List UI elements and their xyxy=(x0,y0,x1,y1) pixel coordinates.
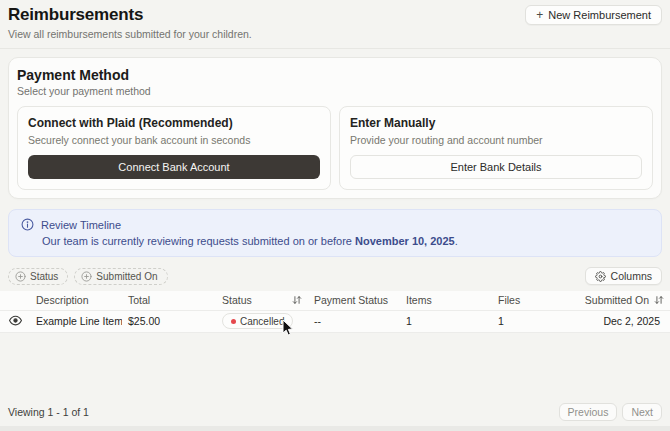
row-status-cell: Cancelled xyxy=(216,310,308,332)
filter-chips: Status Submitted On xyxy=(8,268,168,285)
table-row[interactable]: Example Line Item $25.00 Cancelled -- 1 … xyxy=(0,310,670,332)
status-badge-label: Cancelled xyxy=(240,316,284,327)
plaid-option-card: Connect with Plaid (Recommended) Securel… xyxy=(17,106,331,190)
new-reimbursement-label: New Reimbursement xyxy=(548,9,651,21)
settings-icon xyxy=(595,271,606,282)
column-header-status-label: Status xyxy=(222,294,252,306)
plaid-option-title: Connect with Plaid (Recommended) xyxy=(28,116,320,130)
manual-option-subtitle: Provide your routing and account number xyxy=(350,134,642,146)
header-divider xyxy=(0,48,670,49)
previous-page-button[interactable]: Previous xyxy=(559,403,618,421)
page-subtitle: View all reimbursements submitted for yo… xyxy=(8,28,252,40)
manual-option-title: Enter Manually xyxy=(350,116,642,130)
info-icon xyxy=(21,218,34,231)
reimbursements-table: Description Total Status Payment Status … xyxy=(0,291,670,333)
column-header-submitted-on[interactable]: Submitted On xyxy=(584,291,670,310)
row-files: 1 xyxy=(492,310,584,332)
banner-date: November 10, 2025 xyxy=(355,235,455,247)
payment-method-card: Payment Method Select your payment metho… xyxy=(8,57,662,199)
row-items: 1 xyxy=(400,310,492,332)
connect-bank-account-button[interactable]: Connect Bank Account xyxy=(28,155,320,179)
filter-chip-status[interactable]: Status xyxy=(8,268,68,285)
column-header-payment-status: Payment Status xyxy=(308,291,400,310)
enter-bank-details-button[interactable]: Enter Bank Details xyxy=(350,155,642,179)
filter-chip-status-label: Status xyxy=(30,271,58,282)
payment-method-title: Payment Method xyxy=(17,67,653,83)
sort-icon[interactable] xyxy=(654,295,664,305)
banner-message-suffix: . xyxy=(455,235,458,247)
review-timeline-banner: Review Timeline Our team is currently re… xyxy=(8,209,662,257)
column-header-view xyxy=(0,291,30,310)
circle-plus-icon xyxy=(15,271,26,282)
next-page-button[interactable]: Next xyxy=(622,403,662,421)
payment-method-subtitle: Select your payment method xyxy=(17,85,653,97)
row-payment-status: -- xyxy=(308,310,400,332)
page-title: Reimbursements xyxy=(8,5,252,25)
new-reimbursement-button[interactable]: + New Reimbursement xyxy=(525,5,662,25)
table-toolbar: Status Submitted On Columns xyxy=(0,257,670,291)
filter-chip-submitted-on-label: Submitted On xyxy=(96,271,157,282)
filter-chip-submitted-on[interactable]: Submitted On xyxy=(74,268,167,285)
banner-title: Review Timeline xyxy=(41,219,121,231)
banner-message: Our team is currently reviewing requests… xyxy=(42,235,649,247)
column-header-description: Description xyxy=(30,291,122,310)
column-header-files: Files xyxy=(492,291,584,310)
column-header-status[interactable]: Status xyxy=(216,291,308,310)
payment-options-row: Connect with Plaid (Recommended) Securel… xyxy=(17,106,653,190)
page-header-text: Reimbursements View all reimbursements s… xyxy=(8,5,252,40)
viewing-count: Viewing 1 - 1 of 1 xyxy=(8,406,89,418)
column-header-total: Total xyxy=(122,291,216,310)
eye-icon xyxy=(9,314,22,327)
table-footer: Viewing 1 - 1 of 1 Previous Next xyxy=(0,403,670,421)
banner-header: Review Timeline xyxy=(21,218,649,231)
circle-plus-icon xyxy=(81,271,92,282)
row-view-cell xyxy=(0,310,30,332)
columns-button[interactable]: Columns xyxy=(585,267,662,285)
sort-icon[interactable] xyxy=(292,295,302,305)
manual-option-card: Enter Manually Provide your routing and … xyxy=(339,106,653,190)
column-header-items: Items xyxy=(400,291,492,310)
columns-button-label: Columns xyxy=(611,270,652,282)
reimbursements-page: Reimbursements View all reimbursements s… xyxy=(0,0,670,431)
row-total: $25.00 xyxy=(122,310,216,332)
status-dot-icon xyxy=(231,319,236,324)
table-header-row: Description Total Status Payment Status … xyxy=(0,291,670,310)
plaid-option-subtitle: Securely connect your bank account in se… xyxy=(28,134,320,146)
pagination: Previous Next xyxy=(559,403,662,421)
status-badge: Cancelled xyxy=(222,313,293,329)
plus-icon: + xyxy=(536,9,543,21)
column-header-submitted-on-label: Submitted On xyxy=(585,294,649,306)
page-header: Reimbursements View all reimbursements s… xyxy=(0,0,670,40)
row-description: Example Line Item xyxy=(30,310,122,332)
row-submitted-on: Dec 2, 2025 xyxy=(584,310,670,332)
banner-message-prefix: Our team is currently reviewing requests… xyxy=(42,235,355,247)
bottom-edge xyxy=(0,426,670,431)
view-row-button[interactable] xyxy=(6,314,22,327)
